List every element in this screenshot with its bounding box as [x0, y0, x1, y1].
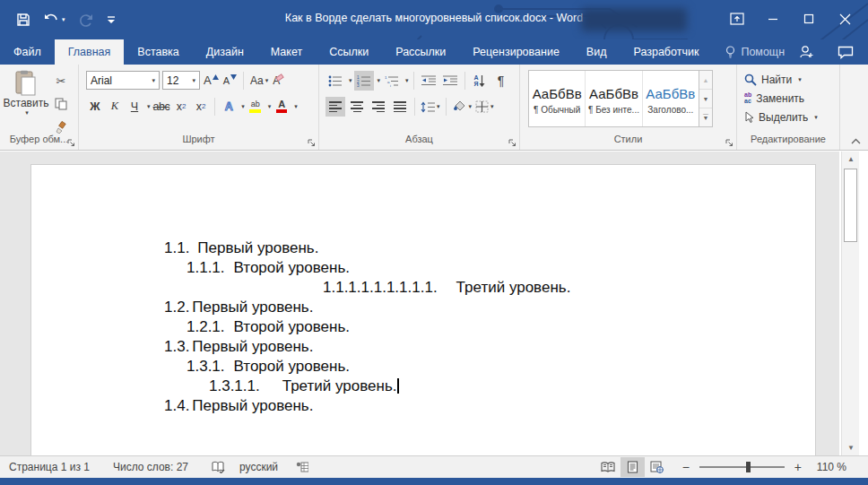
shading-button[interactable]: ▾: [451, 97, 473, 117]
ribbon-display-options-button[interactable]: [719, 5, 755, 32]
styles-dialog-launcher-icon[interactable]: [725, 139, 733, 147]
collapse-ribbon-icon[interactable]: [851, 138, 861, 144]
vertical-scrollbar[interactable]: ▲ ▼: [841, 152, 859, 455]
style-normal[interactable]: АаБбВв ¶ Обычный: [529, 71, 586, 126]
undo-dropdown-caret-icon[interactable]: ▾: [62, 16, 65, 23]
proofing-status-button[interactable]: [212, 461, 225, 473]
change-case-button[interactable]: Aa▾: [249, 74, 269, 88]
tab-tell-me[interactable]: Помощн: [712, 39, 798, 65]
language-indicator[interactable]: русский: [239, 461, 278, 473]
undo-button[interactable]: ▾: [44, 13, 65, 26]
tab-view[interactable]: Вид: [573, 39, 621, 65]
align-center-button[interactable]: [347, 97, 367, 117]
show-hide-marks-button[interactable]: ¶: [491, 71, 511, 91]
scroll-down-icon[interactable]: ▼: [843, 440, 859, 455]
font-color-caret-icon[interactable]: ▾: [294, 103, 298, 110]
styles-scroll-up-icon[interactable]: ▲: [699, 71, 712, 90]
numbering-button[interactable]: 123: [354, 71, 374, 91]
font-size-combo[interactable]: 12▾: [162, 71, 200, 90]
text-effects-caret-icon[interactable]: ▾: [241, 103, 245, 110]
save-button[interactable]: [16, 13, 30, 27]
grow-font-button[interactable]: A: [203, 73, 220, 88]
web-layout-button[interactable]: [645, 457, 669, 477]
list-item: 1.4.Первый уровень.: [164, 396, 788, 416]
multilevel-caret-icon[interactable]: ▾: [405, 77, 409, 84]
comments-icon[interactable]: [838, 46, 854, 59]
read-mode-button[interactable]: [596, 457, 621, 477]
paragraph-dialog-launcher-icon[interactable]: [508, 139, 516, 147]
style-no-spacing[interactable]: АаБбВв ¶ Без инте...: [586, 71, 642, 126]
page-indicator[interactable]: Страница 1 из 1: [9, 461, 90, 473]
bold-button[interactable]: Ж: [86, 97, 104, 116]
find-button[interactable]: Найти▾: [744, 70, 839, 89]
cut-button[interactable]: ✂: [50, 72, 72, 90]
multilevel-list-button[interactable]: 1ai: [382, 71, 402, 91]
close-button[interactable]: [827, 5, 863, 32]
customize-qat-button[interactable]: [107, 14, 116, 25]
decrease-indent-button[interactable]: [419, 71, 438, 91]
text-cursor: [397, 378, 399, 394]
redo-button[interactable]: [79, 13, 93, 27]
align-left-button[interactable]: [326, 97, 345, 117]
select-button[interactable]: Выделить▾: [744, 108, 839, 126]
document-page[interactable]: 1.1.Первый уровень. 1.1.1.Второй уровень…: [30, 164, 816, 455]
zoom-in-button[interactable]: +: [792, 460, 804, 474]
zoom-out-button[interactable]: −: [680, 460, 692, 474]
zoom-level[interactable]: 110 %: [817, 461, 846, 473]
strikethrough-button[interactable]: abc: [152, 97, 171, 116]
align-right-button[interactable]: [369, 97, 388, 117]
copy-button[interactable]: [50, 95, 72, 113]
font-name-caret-icon: ▾: [152, 77, 155, 84]
tab-references[interactable]: Ссылки: [316, 39, 382, 65]
justify-button[interactable]: [390, 97, 410, 117]
replace-button[interactable]: abac Заменить: [744, 89, 839, 108]
tab-insert[interactable]: Вставка: [124, 39, 192, 65]
tab-review[interactable]: Рецензирование: [459, 39, 573, 65]
bullets-button[interactable]: [326, 71, 345, 91]
increase-indent-button[interactable]: [440, 71, 460, 91]
borders-button[interactable]: ▾: [474, 97, 495, 117]
underline-button[interactable]: Ч: [126, 97, 143, 116]
word-count[interactable]: Число слов: 27: [113, 461, 188, 473]
clear-formatting-button[interactable]: А: [272, 74, 281, 88]
tab-design[interactable]: Дизайн: [193, 39, 257, 65]
numbering-caret-icon[interactable]: ▾: [378, 77, 381, 84]
zoom-slider-handle[interactable]: [746, 462, 751, 472]
print-layout-button[interactable]: [621, 457, 645, 477]
zoom-slider[interactable]: [699, 466, 785, 468]
highlight-color-button[interactable]: ab: [247, 97, 265, 116]
font-dialog-launcher-icon[interactable]: [308, 139, 316, 147]
paste-dropdown-caret-icon[interactable]: ▾: [25, 109, 29, 117]
paste-button[interactable]: Вставить ▾: [5, 70, 47, 131]
font-color-button[interactable]: А: [273, 97, 291, 116]
bullets-caret-icon[interactable]: ▾: [349, 77, 352, 84]
shrink-font-button[interactable]: A: [222, 74, 238, 87]
text-effects-button[interactable]: А: [220, 97, 238, 116]
numbering-icon: 123: [357, 75, 371, 87]
font-name-combo[interactable]: Arial▾: [86, 71, 160, 90]
underline-caret-icon[interactable]: ▾: [147, 103, 151, 110]
clipboard-dialog-launcher-icon[interactable]: [67, 139, 75, 147]
tab-file[interactable]: Файл: [0, 39, 55, 65]
share-contact-icon[interactable]: [798, 45, 814, 59]
subscript-button[interactable]: x2: [172, 97, 190, 116]
multilevel-list[interactable]: 1.1.Первый уровень. 1.1.1.Второй уровень…: [164, 238, 788, 416]
minimize-button[interactable]: [755, 5, 791, 32]
macro-recording-button[interactable]: [296, 462, 308, 472]
tab-mailings[interactable]: Рассылки: [382, 39, 459, 65]
statusbar-right: − + 110 %: [596, 457, 868, 477]
tab-home[interactable]: Главная: [55, 39, 125, 65]
maximize-button[interactable]: [791, 5, 827, 32]
italic-button[interactable]: К: [106, 97, 124, 116]
tab-developer[interactable]: Разработчик: [620, 39, 712, 65]
tab-layout[interactable]: Макет: [257, 39, 316, 65]
highlight-caret-icon[interactable]: ▾: [268, 103, 272, 110]
line-spacing-button[interactable]: ▾: [420, 97, 441, 117]
style-heading1[interactable]: АаБбВв Заголово...: [643, 71, 699, 126]
scroll-up-icon[interactable]: ▲: [843, 152, 859, 167]
styles-gallery-expand-icon[interactable]: ▼―: [699, 108, 712, 126]
sort-button[interactable]: АЯ: [470, 71, 490, 91]
scrollbar-thumb[interactable]: [844, 169, 857, 242]
styles-scroll-down-icon[interactable]: ▼: [699, 90, 712, 108]
superscript-button[interactable]: x2: [192, 97, 210, 116]
